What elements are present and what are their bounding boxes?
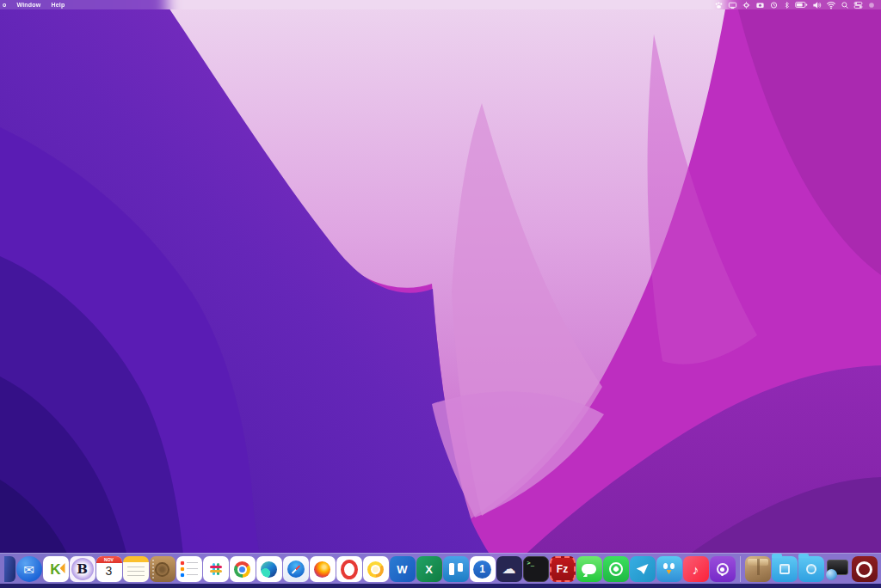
dock-calendar-icon[interactable]: NOV3: [96, 556, 122, 582]
dock-screensharing-icon[interactable]: [825, 556, 851, 582]
dock-whatsapp-icon[interactable]: [603, 556, 629, 582]
desktop-wallpaper: [0, 0, 881, 588]
dock-filezilla-glyph: Fz: [557, 564, 568, 574]
dock-trello-icon[interactable]: [443, 556, 469, 582]
dock-music-glyph: ♪: [693, 563, 699, 576]
control-center-icon[interactable]: [853, 1, 863, 9]
dock-filezilla-icon[interactable]: Fz: [550, 556, 576, 582]
dock-messages-icon[interactable]: [576, 556, 602, 582]
volume-icon[interactable]: [812, 1, 822, 9]
bluetooth-icon[interactable]: [783, 1, 791, 9]
dock-terminal-icon[interactable]: >_: [523, 556, 549, 582]
dock-canary-icon[interactable]: [363, 556, 389, 582]
dock-folder-docs-icon[interactable]: [798, 556, 824, 582]
dock-notes-icon[interactable]: [123, 556, 149, 582]
dock-bapp-icon[interactable]: B: [70, 556, 95, 582]
gear-icon[interactable]: [742, 1, 751, 9]
dock-excel-icon[interactable]: X: [416, 556, 442, 582]
dock-bapp-glyph: B: [77, 563, 88, 576]
dock-telegram-icon[interactable]: [630, 556, 656, 582]
dock-safari-icon[interactable]: [283, 556, 309, 582]
dock-base-strip: [0, 584, 881, 588]
wifi-icon[interactable]: [826, 1, 836, 9]
dock-edge-icon[interactable]: [256, 556, 282, 582]
dock-word-glyph: W: [397, 564, 407, 575]
display-icon[interactable]: [728, 1, 737, 9]
dock-slack-icon[interactable]: [203, 556, 229, 582]
dock-reminders-icon[interactable]: [176, 556, 202, 582]
camera-icon[interactable]: [755, 1, 765, 9]
dock-mail-icon[interactable]: [16, 556, 42, 582]
dock-podcasts-icon[interactable]: [710, 556, 736, 582]
dock-folder-apps-icon[interactable]: [772, 556, 798, 582]
dock-kapp-glyph: K: [50, 562, 60, 577]
status-icons: [714, 1, 876, 9]
dock-calendar-label-top: NOV: [96, 556, 122, 563]
dock-onepassword-glyph: 1: [479, 564, 485, 574]
dock-clipped-app-icon[interactable]: [4, 556, 15, 582]
battery-icon[interactable]: [795, 1, 808, 9]
dock-cloudapp-icon[interactable]: [496, 556, 522, 582]
dock-music-icon[interactable]: ♪: [683, 556, 709, 582]
menu-help[interactable]: Help: [51, 2, 65, 8]
clock-icon[interactable]: [769, 1, 779, 9]
siri-icon[interactable]: [867, 1, 876, 9]
dock-excel-glyph: X: [425, 564, 433, 575]
dock-calendar-glyph: 3: [106, 565, 113, 577]
dock-redring-icon[interactable]: [852, 556, 878, 582]
menu-items: o WindowHelp: [5, 2, 65, 8]
dock-package-icon[interactable]: [745, 556, 771, 582]
dock-kapp-icon[interactable]: K: [43, 556, 69, 582]
menu-window[interactable]: Window: [16, 2, 40, 8]
paw-icon[interactable]: [714, 1, 724, 9]
dock-divider: [740, 556, 741, 582]
dock-terminal-glyph: >_: [527, 560, 534, 567]
dock: KBNOV3WX1>_Fz♪: [0, 553, 881, 588]
dock-opera-icon[interactable]: [336, 556, 362, 582]
menu-fragment: o: [3, 2, 6, 8]
dock-items: KBNOV3WX1>_Fz♪: [0, 556, 881, 582]
dock-twitterrific-icon[interactable]: [656, 556, 682, 582]
dock-contacts-icon[interactable]: [150, 556, 176, 582]
spotlight-icon[interactable]: [841, 1, 849, 9]
dock-firefox-icon[interactable]: [310, 556, 336, 582]
dock-onepassword-icon[interactable]: 1: [470, 556, 496, 582]
dock-chrome-icon[interactable]: [230, 556, 256, 582]
dock-word-icon[interactable]: W: [390, 556, 416, 582]
menu-bar: o WindowHelp: [0, 0, 881, 9]
